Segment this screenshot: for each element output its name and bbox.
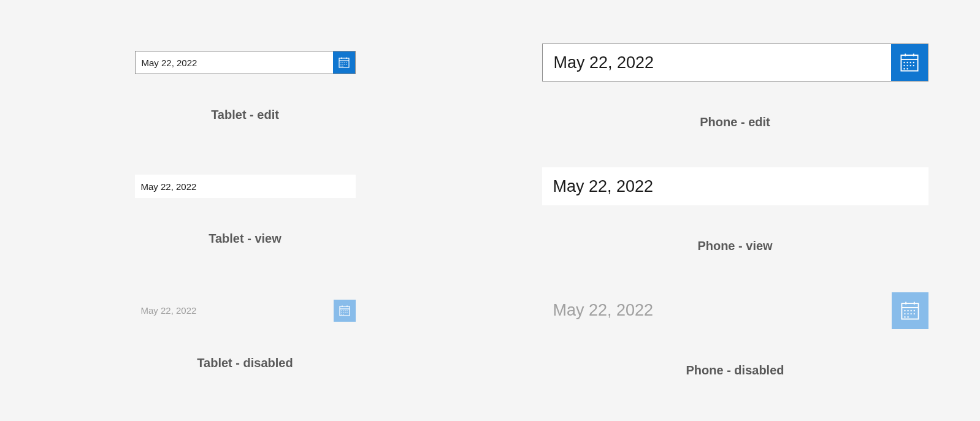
caption-tablet-edit: Tablet - edit bbox=[211, 108, 279, 122]
svg-point-33 bbox=[343, 310, 343, 311]
svg-point-35 bbox=[346, 310, 347, 311]
svg-point-9 bbox=[342, 64, 343, 64]
cell-tablet-disabled: May 22, 2022 Tablet - disabled bbox=[0, 273, 490, 396]
calendar-button-disabled bbox=[892, 292, 928, 329]
svg-point-20 bbox=[909, 62, 911, 63]
svg-point-5 bbox=[342, 62, 343, 63]
svg-point-8 bbox=[340, 64, 341, 64]
cell-phone-disabled: May 22, 2022 Phone - disabled bbox=[490, 273, 980, 396]
calendar-icon bbox=[899, 52, 920, 73]
svg-point-32 bbox=[341, 310, 342, 311]
svg-point-13 bbox=[342, 66, 343, 66]
caption-phone-edit: Phone - edit bbox=[700, 115, 770, 129]
caption-tablet-disabled: Tablet - disabled bbox=[197, 356, 293, 370]
svg-point-41 bbox=[343, 314, 343, 314]
cell-phone-view: May 22, 2022 Phone - view bbox=[490, 148, 980, 272]
svg-point-22 bbox=[903, 65, 905, 66]
date-value: May 22, 2022 bbox=[135, 181, 356, 192]
cell-phone-edit: May 22, 2022 Phone - edit bbox=[490, 25, 980, 148]
cell-tablet-edit: May 22, 2022 Tablet - edit bbox=[0, 25, 490, 148]
svg-point-51 bbox=[907, 313, 908, 314]
svg-point-25 bbox=[913, 65, 914, 66]
svg-point-55 bbox=[907, 316, 908, 317]
calendar-button[interactable] bbox=[891, 44, 928, 81]
svg-point-38 bbox=[345, 312, 345, 313]
svg-point-34 bbox=[345, 310, 345, 311]
calendar-icon bbox=[900, 300, 921, 321]
svg-point-27 bbox=[906, 68, 908, 69]
caption-tablet-view: Tablet - view bbox=[209, 232, 281, 246]
svg-point-11 bbox=[346, 64, 346, 64]
date-picker-phone-view: May 22, 2022 bbox=[542, 167, 928, 205]
date-value: May 22, 2022 bbox=[135, 305, 334, 316]
calendar-icon bbox=[339, 305, 351, 317]
date-value: May 22, 2022 bbox=[542, 177, 928, 196]
date-picker-tablet-disabled: May 22, 2022 bbox=[135, 299, 356, 322]
svg-point-4 bbox=[340, 62, 341, 63]
svg-point-10 bbox=[344, 64, 345, 64]
svg-point-53 bbox=[913, 313, 914, 314]
caption-phone-view: Phone - view bbox=[697, 239, 772, 253]
svg-point-18 bbox=[903, 62, 905, 63]
calendar-icon bbox=[338, 56, 350, 69]
svg-point-12 bbox=[340, 66, 341, 66]
svg-point-49 bbox=[913, 310, 914, 311]
svg-point-47 bbox=[907, 310, 908, 311]
svg-point-21 bbox=[913, 62, 914, 63]
states-grid: May 22, 2022 Tablet - edit May 22, 2022 bbox=[0, 0, 980, 421]
cell-tablet-view: May 22, 2022 Tablet - view bbox=[0, 148, 490, 272]
svg-point-54 bbox=[904, 316, 905, 317]
svg-point-19 bbox=[906, 62, 908, 63]
date-picker-tablet-edit[interactable]: May 22, 2022 bbox=[135, 51, 356, 74]
svg-point-40 bbox=[341, 314, 342, 314]
date-picker-phone-disabled: May 22, 2022 bbox=[542, 292, 928, 330]
svg-point-48 bbox=[910, 310, 911, 311]
date-picker-tablet-view: May 22, 2022 bbox=[135, 175, 356, 198]
calendar-button[interactable] bbox=[333, 51, 355, 74]
svg-point-24 bbox=[909, 65, 911, 66]
svg-point-23 bbox=[906, 65, 908, 66]
svg-point-6 bbox=[344, 62, 345, 63]
date-value: May 22, 2022 bbox=[136, 58, 333, 68]
svg-point-52 bbox=[910, 313, 911, 314]
date-picker-phone-edit[interactable]: May 22, 2022 bbox=[542, 44, 928, 82]
calendar-button-disabled bbox=[334, 300, 356, 322]
svg-point-50 bbox=[904, 313, 905, 314]
svg-point-37 bbox=[343, 312, 343, 313]
caption-phone-disabled: Phone - disabled bbox=[686, 363, 784, 377]
svg-point-26 bbox=[903, 68, 905, 69]
date-value: May 22, 2022 bbox=[542, 301, 892, 320]
date-value: May 22, 2022 bbox=[543, 53, 891, 72]
svg-point-7 bbox=[346, 62, 346, 63]
svg-point-46 bbox=[904, 310, 905, 311]
svg-point-39 bbox=[346, 312, 347, 313]
svg-point-36 bbox=[341, 312, 342, 313]
